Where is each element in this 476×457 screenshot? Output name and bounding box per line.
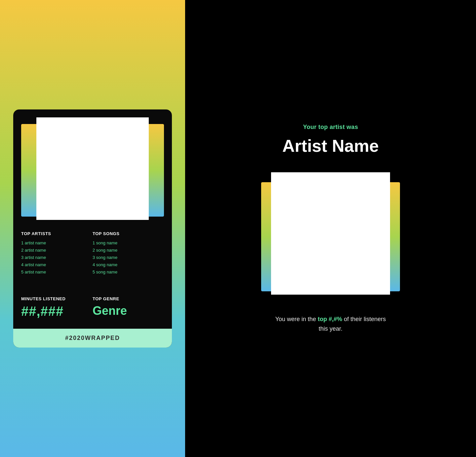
listener-text-3: this year. xyxy=(319,325,342,332)
listener-highlight: top #,#% xyxy=(318,316,342,322)
minutes-value: ##,### xyxy=(21,304,93,319)
album-art-container xyxy=(21,117,164,223)
top-artist-sublabel: Your top artist was xyxy=(303,124,358,131)
list-item: 5 artist name xyxy=(21,269,93,276)
top-songs-title: TOP SONGS xyxy=(93,231,164,236)
list-item: 3 song name xyxy=(93,254,164,261)
listener-text: You were in the top #,#% of their listen… xyxy=(275,314,386,334)
list-item: 1 song name xyxy=(93,239,164,247)
top-artists-title: TOP ARTISTS xyxy=(21,231,93,236)
list-item: 4 artist name xyxy=(21,261,93,269)
list-item: 4 song name xyxy=(93,261,164,269)
hashtag-label: #2020WRAPPED xyxy=(65,335,120,341)
list-item: 2 artist name xyxy=(21,247,93,254)
spacer xyxy=(21,280,164,296)
right-album-container xyxy=(264,172,397,298)
listener-text-2: of their listeners xyxy=(344,316,386,322)
card-main: TOP ARTISTS 1 artist name 2 artist name … xyxy=(13,109,172,329)
list-item: 2 song name xyxy=(93,247,164,254)
list-item: 3 artist name xyxy=(21,254,93,261)
list-item: 5 song name xyxy=(93,269,164,276)
left-panel: TOP ARTISTS 1 artist name 2 artist name … xyxy=(0,0,185,457)
top-lists: TOP ARTISTS 1 artist name 2 artist name … xyxy=(21,231,164,276)
list-item: 1 artist name xyxy=(21,239,93,247)
top-artists-col: TOP ARTISTS 1 artist name 2 artist name … xyxy=(21,231,93,276)
card-footer: #2020WRAPPED xyxy=(13,329,172,348)
top-artist-name: Artist Name xyxy=(282,136,379,156)
right-album-image xyxy=(271,172,390,295)
top-songs-col: TOP SONGS 1 song name 2 song name 3 song… xyxy=(93,231,164,276)
listener-text-1: You were in the xyxy=(275,316,316,322)
wrapped-card: TOP ARTISTS 1 artist name 2 artist name … xyxy=(13,109,172,348)
stats-row: MINUTES LISTENED ##,### TOP GENRE Genre xyxy=(21,296,164,319)
genre-col: TOP GENRE Genre xyxy=(93,296,164,319)
right-panel: Your top artist was Artist Name You were… xyxy=(185,0,476,457)
minutes-title: MINUTES LISTENED xyxy=(21,296,93,301)
minutes-col: MINUTES LISTENED ##,### xyxy=(21,296,93,319)
genre-value: Genre xyxy=(93,304,164,318)
genre-title: TOP GENRE xyxy=(93,296,164,301)
album-art-image xyxy=(36,117,149,220)
